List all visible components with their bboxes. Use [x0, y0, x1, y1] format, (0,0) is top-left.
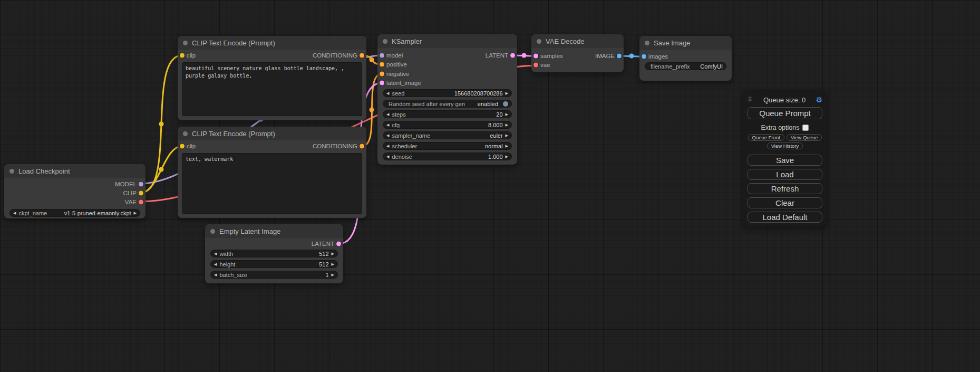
- widget-label: seed: [392, 90, 404, 97]
- widget-label: filename_prefix: [648, 63, 690, 70]
- node-collapse-dot-icon[interactable]: [210, 229, 215, 234]
- node-title-bar[interactable]: CLIP Text Encode (Prompt): [178, 36, 366, 50]
- output-dot-image[interactable]: [617, 53, 622, 58]
- queue-prompt-button[interactable]: Queue Prompt: [748, 107, 822, 119]
- widget-ckpt-name[interactable]: ◀ ckpt_name v1-5-pruned-emaonly.ckpt ▶: [9, 209, 140, 217]
- link-midpoint-dot: [159, 167, 164, 172]
- output-dot-model[interactable]: [139, 182, 143, 186]
- node-collapse-dot-icon[interactable]: [9, 169, 14, 174]
- save-button[interactable]: Save: [748, 155, 822, 166]
- node-title-bar[interactable]: Load Checkpoint: [4, 164, 145, 178]
- widget-label: sampler_name: [392, 132, 430, 139]
- widget-filename-prefix[interactable]: filename_prefix ComfyUI: [645, 62, 726, 70]
- node-collapse-dot-icon[interactable]: [383, 39, 387, 44]
- node-save-image[interactable]: Save Image images filename_prefix ComfyU…: [639, 36, 732, 81]
- settings-gear-icon[interactable]: ⚙: [814, 96, 822, 104]
- stepper-right-icon[interactable]: ▶: [506, 112, 508, 116]
- stepper-right-icon[interactable]: ▶: [134, 211, 137, 215]
- stepper-right-icon[interactable]: ▶: [506, 91, 508, 95]
- input-dot-vae[interactable]: [533, 63, 538, 68]
- graph-canvas[interactable]: Load Checkpoint MODEL CLIP VAE ◀ ckpt_na…: [0, 0, 980, 372]
- stepper-right-icon[interactable]: ▶: [506, 155, 508, 158]
- output-dot-conditioning[interactable]: [360, 144, 364, 148]
- stepper-right-icon[interactable]: ▶: [506, 123, 508, 127]
- stepper-left-icon[interactable]: ◀: [386, 155, 389, 158]
- stepper-right-icon[interactable]: ▶: [506, 144, 508, 148]
- widget-label: height: [219, 261, 235, 268]
- input-dot-clip[interactable]: [180, 144, 185, 148]
- input-dot-positive[interactable]: [380, 62, 384, 67]
- node-collapse-dot-icon[interactable]: [645, 41, 649, 45]
- toggle-dot-icon[interactable]: [503, 101, 508, 107]
- input-dot-model[interactable]: [380, 53, 384, 58]
- node-empty-latent-image[interactable]: Empty Latent Image LATENT ◀ width 512 ▶ …: [205, 224, 343, 283]
- widget-denoise[interactable]: ◀ denoise 1.000 ▶: [383, 152, 512, 160]
- clear-button[interactable]: Clear: [748, 197, 822, 208]
- widget-scheduler[interactable]: ◀ scheduler normal ▶: [383, 142, 512, 150]
- load-default-button[interactable]: Load Default: [748, 212, 822, 223]
- stepper-left-icon[interactable]: ◀: [13, 211, 16, 215]
- stepper-left-icon[interactable]: ◀: [386, 91, 389, 95]
- refresh-button[interactable]: Refresh: [748, 183, 822, 194]
- output-dot-vae[interactable]: [139, 199, 143, 204]
- node-collapse-dot-icon[interactable]: [183, 131, 188, 136]
- widget-value: ComfyUI: [700, 63, 723, 70]
- node-title-bar[interactable]: VAE Decode: [531, 34, 624, 48]
- stepper-left-icon[interactable]: ◀: [386, 123, 389, 127]
- stepper-left-icon[interactable]: ◀: [386, 133, 389, 137]
- node-clip-text-encode-positive[interactable]: CLIP Text Encode (Prompt) clip CONDITION…: [178, 36, 366, 120]
- stepper-right-icon[interactable]: ▶: [332, 262, 334, 266]
- output-dot-conditioning[interactable]: [360, 53, 364, 58]
- view-history-button[interactable]: View History: [767, 142, 803, 149]
- widget-sampler-name[interactable]: ◀ sampler_name euler ▶: [383, 131, 512, 139]
- widget-seed[interactable]: ◀ seed 156680208700286 ▶: [383, 89, 512, 97]
- node-title-bar[interactable]: Empty Latent Image: [205, 224, 343, 238]
- node-load-checkpoint[interactable]: Load Checkpoint MODEL CLIP VAE ◀ ckpt_na…: [4, 164, 145, 218]
- link-midpoint-dot: [370, 58, 374, 62]
- node-collapse-dot-icon[interactable]: [537, 39, 541, 44]
- node-title: Load Checkpoint: [18, 167, 70, 175]
- negative-prompt-textarea[interactable]: text, watermark: [182, 153, 362, 214]
- widget-width[interactable]: ◀ width 512 ▶: [210, 250, 338, 257]
- node-clip-text-encode-negative[interactable]: CLIP Text Encode (Prompt) clip CONDITION…: [178, 127, 366, 218]
- output-label: LATENT: [486, 52, 508, 59]
- output-dot-latent[interactable]: [336, 241, 341, 246]
- node-ksampler[interactable]: KSampler model LATENT positive negative …: [377, 34, 517, 165]
- node-title-bar[interactable]: KSampler: [377, 34, 517, 48]
- widget-height[interactable]: ◀ height 512 ▶: [210, 260, 338, 268]
- stepper-right-icon[interactable]: ▶: [506, 133, 508, 137]
- stepper-left-icon[interactable]: ◀: [214, 262, 217, 266]
- widget-batch-size[interactable]: ◀ batch_size 1 ▶: [210, 271, 338, 279]
- output-dot-latent[interactable]: [510, 53, 515, 58]
- node-title-bar[interactable]: CLIP Text Encode (Prompt): [178, 127, 366, 140]
- input-dot-clip[interactable]: [180, 53, 185, 58]
- input-dot-latent-image[interactable]: [380, 81, 384, 85]
- output-dot-clip[interactable]: [139, 190, 143, 195]
- stepper-left-icon[interactable]: ◀: [386, 112, 389, 116]
- stepper-right-icon[interactable]: ▶: [332, 252, 334, 255]
- stepper-right-icon[interactable]: ▶: [332, 273, 334, 276]
- widget-cfg[interactable]: ◀ cfg 8.000 ▶: [383, 121, 512, 129]
- input-label: clip: [187, 143, 196, 149]
- input-dot-negative[interactable]: [380, 71, 384, 76]
- positive-prompt-textarea[interactable]: beautiful scenery nature glass bottle la…: [182, 62, 362, 116]
- view-queue-button[interactable]: View Queue: [787, 134, 822, 141]
- stepper-left-icon[interactable]: ◀: [214, 273, 217, 276]
- node-title-bar[interactable]: Save Image: [639, 36, 732, 50]
- node-vae-decode[interactable]: VAE Decode samples IMAGE vae: [531, 34, 624, 72]
- node-title: KSampler: [392, 37, 422, 45]
- extra-options-checkbox[interactable]: [802, 125, 809, 131]
- queue-front-button[interactable]: Queue Front: [748, 134, 784, 141]
- widget-label: batch_size: [219, 272, 247, 278]
- load-button[interactable]: Load: [748, 169, 822, 180]
- drag-handle-icon[interactable]: ⠿: [748, 96, 755, 103]
- input-dot-images[interactable]: [642, 54, 646, 59]
- input-dot-samples[interactable]: [533, 53, 538, 58]
- stepper-left-icon[interactable]: ◀: [386, 144, 389, 148]
- stepper-left-icon[interactable]: ◀: [214, 252, 217, 255]
- input-label: latent_image: [386, 80, 421, 86]
- widget-random-seed-toggle[interactable]: Random seed after every gen enabled: [383, 100, 512, 108]
- widget-steps[interactable]: ◀ steps 20 ▶: [383, 110, 512, 118]
- node-collapse-dot-icon[interactable]: [183, 41, 188, 45]
- link-midpoint-dot: [370, 108, 374, 112]
